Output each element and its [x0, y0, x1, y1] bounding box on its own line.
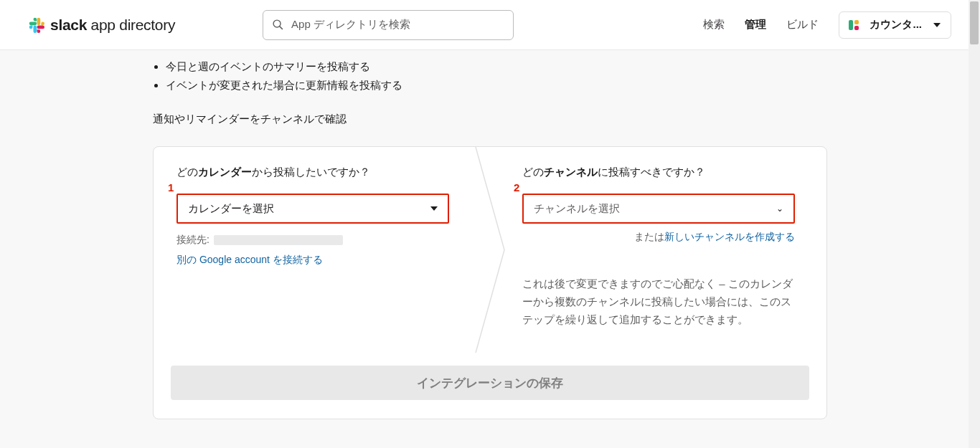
workspace-switcher[interactable]: カウンタ...: [839, 11, 951, 39]
app-header: slack app directory App ディレクトリを検索 検索 管理 …: [0, 0, 980, 50]
save-integration-button[interactable]: インテグレーションの保存: [171, 366, 809, 400]
search-icon: [272, 19, 284, 31]
nav-build[interactable]: ビルド: [786, 18, 819, 32]
config-card: どのカレンダーから投稿したいですか？ 1 カレンダーを選択 接続先:: [153, 146, 827, 419]
scrollbar-thumb[interactable]: [970, 1, 979, 44]
intro-subtitle: 通知やリマインダーをチャンネルで確認: [153, 113, 827, 126]
search-placeholder: App ディレクトリを検索: [291, 18, 410, 32]
connected-account-row: 接続先:: [176, 234, 458, 247]
header-nav: 検索 管理 ビルド カウンタ...: [703, 11, 951, 39]
connected-account-redacted: [214, 235, 343, 245]
svg-rect-4: [854, 26, 859, 30]
list-item: イベントが変更された場合に更新情報を投稿する: [166, 76, 827, 95]
workspace-label: カウンタ...: [870, 18, 922, 32]
calendar-select[interactable]: カレンダーを選択: [176, 194, 449, 224]
channel-panel: どのチャンネルに投稿すべきですか？ 2 チャンネルを選択 ⌄ または新しいチャン…: [481, 147, 826, 353]
workspace-icon: [845, 16, 862, 34]
channel-select-label: チャンネルを選択: [534, 202, 620, 216]
svg-line-1: [280, 27, 283, 29]
calendar-select-label: カレンダーを選択: [188, 202, 274, 216]
search-input[interactable]: App ディレクトリを検索: [263, 10, 514, 40]
svg-point-0: [273, 20, 281, 27]
channel-panel-description: これは後で変更できますのでご心配なく – このカレンダーから複数のチャンネルに投…: [522, 275, 795, 328]
channel-select[interactable]: チャンネルを選択 ⌄: [522, 194, 795, 224]
brand-logo[interactable]: slack app directory: [29, 16, 175, 34]
page-body: 今日と週のイベントのサマリーを投稿する イベントが変更された場合に更新情報を投稿…: [0, 50, 980, 448]
slack-icon: [29, 17, 44, 33]
chevron-down-icon: [430, 206, 438, 211]
scrollbar-track[interactable]: ▲: [969, 0, 980, 448]
create-channel-link[interactable]: 新しいチャンネルを作成する: [664, 231, 795, 242]
chevron-down-icon: [933, 23, 941, 27]
channel-panel-title: どのチャンネルに投稿すべきですか？: [522, 166, 804, 179]
connected-label: 接続先:: [176, 234, 209, 247]
brand-text: slack app directory: [50, 16, 175, 34]
feature-list: 今日と週のイベントのサマリーを投稿する イベントが変更された場合に更新情報を投稿…: [153, 50, 827, 94]
calendar-panel-title: どのカレンダーから投稿したいですか？: [176, 166, 458, 179]
calendar-panel: どのカレンダーから投稿したいですか？ 1 カレンダーを選択 接続先:: [154, 147, 481, 353]
nav-manage[interactable]: 管理: [745, 18, 766, 32]
create-channel-row: または新しいチャンネルを作成する: [522, 231, 795, 244]
step-number-1: 1: [168, 181, 174, 194]
chevron-down-icon: ⌄: [776, 204, 783, 214]
nav-search[interactable]: 検索: [703, 18, 725, 32]
list-item: 今日と週のイベントのサマリーを投稿する: [166, 57, 827, 76]
svg-rect-3: [854, 20, 859, 24]
step-number-2: 2: [514, 181, 519, 194]
svg-rect-2: [849, 20, 853, 30]
connect-other-account-link[interactable]: 別の Google account を接続する: [176, 254, 323, 265]
